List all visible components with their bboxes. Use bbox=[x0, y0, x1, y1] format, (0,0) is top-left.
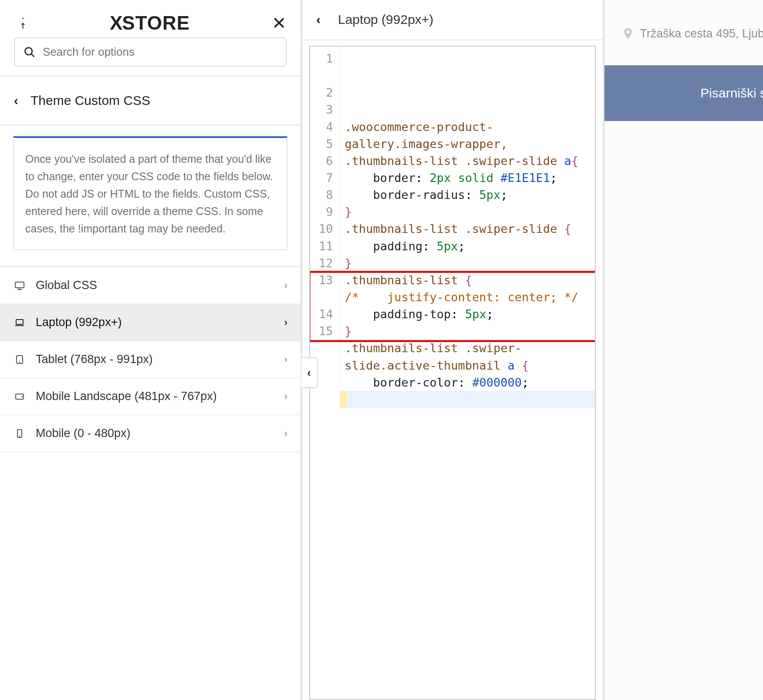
chevron-right-icon: › bbox=[284, 280, 287, 291]
editor-title: Laptop (992px+) bbox=[338, 12, 433, 27]
code-line[interactable]: .woocommerce-product-gallery.images-wrap… bbox=[345, 118, 590, 152]
code-line[interactable]: border-radius: 5px; bbox=[345, 186, 590, 203]
line-number: 12 bbox=[315, 255, 337, 272]
tablet-icon bbox=[13, 354, 26, 365]
line-number: 2 bbox=[315, 84, 337, 101]
sidebar-item-label: Global CSS bbox=[36, 279, 284, 292]
code-line[interactable]: border: 2px solid #E1E1E1; bbox=[345, 169, 590, 186]
svg-line-1 bbox=[31, 54, 34, 57]
chevron-right-icon: › bbox=[284, 428, 287, 439]
editor-pane: ‹ Laptop (992px+) 123456789101112131415 … bbox=[302, 0, 604, 700]
sidebar-item-laptop[interactable]: Laptop (992px+)› bbox=[0, 304, 300, 341]
line-number: 3 bbox=[315, 101, 337, 118]
search-wrap bbox=[0, 37, 300, 75]
line-number: 10 bbox=[315, 220, 337, 237]
svg-point-9 bbox=[22, 396, 22, 397]
code-body[interactable]: .woocommerce-product-gallery.images-wrap… bbox=[340, 47, 595, 411]
collapse-toggle[interactable]: ‹ bbox=[301, 357, 318, 388]
code-line[interactable]: border-color: #000000; bbox=[345, 374, 590, 391]
line-number: 11 bbox=[315, 238, 337, 255]
code-line[interactable]: padding: 5px; bbox=[345, 238, 590, 255]
code-line[interactable]: .thumbnails-list .swiper-slide a{ bbox=[345, 152, 590, 169]
sidebar-header: XSTORE ✕ bbox=[0, 0, 300, 37]
line-number: 14 bbox=[315, 306, 337, 323]
code-line[interactable]: .thumbnails-list .swiper-slide { bbox=[345, 220, 590, 237]
code-line[interactable]: .thumbnails-list .swiper-slide.active-th… bbox=[345, 340, 590, 374]
code-line[interactable]: } bbox=[345, 323, 590, 340]
line-number: 13 bbox=[315, 272, 337, 306]
notice-box: Once you've isolated a part of theme tha… bbox=[13, 136, 287, 250]
svg-point-11 bbox=[19, 436, 20, 436]
location-pin-icon bbox=[621, 26, 635, 41]
menu: Global CSS›Laptop (992px+)›Tablet (768px… bbox=[0, 267, 300, 452]
code-line[interactable]: } bbox=[345, 203, 590, 220]
back-icon[interactable]: ‹ bbox=[14, 93, 18, 108]
search-field[interactable] bbox=[14, 37, 287, 67]
sidebar-item-label: Mobile Landscape (481px - 767px) bbox=[36, 390, 284, 403]
chevron-right-icon: › bbox=[284, 391, 287, 402]
preview-banner[interactable]: Pisarniški s bbox=[604, 65, 763, 121]
search-input[interactable] bbox=[43, 45, 277, 59]
line-number: 5 bbox=[315, 135, 337, 152]
line-number: 7 bbox=[315, 169, 337, 186]
laptop-icon bbox=[13, 317, 26, 328]
sidebar-item-desktop[interactable]: Global CSS› bbox=[0, 267, 300, 304]
editor-header: ‹ Laptop (992px+) bbox=[302, 0, 603, 40]
desktop-icon bbox=[13, 280, 26, 291]
code-line[interactable]: .thumbnails-list { bbox=[345, 272, 590, 289]
logo-mark: X bbox=[110, 12, 123, 34]
banner-text: Pisarniški s bbox=[700, 86, 763, 101]
code-editor[interactable]: 123456789101112131415 .woocommerce-produ… bbox=[309, 46, 596, 700]
line-number: 8 bbox=[315, 186, 337, 203]
sidebar-item-tablet[interactable]: Tablet (768px - 991px)› bbox=[0, 341, 300, 378]
mobile-icon bbox=[13, 428, 26, 439]
mobile-land-icon bbox=[13, 391, 26, 402]
address-text: Tržaška cesta 495, Ljublja bbox=[640, 27, 763, 40]
preview-pane: Tržaška cesta 495, Ljublja Pisarniški s bbox=[604, 0, 763, 700]
code-line[interactable]: } bbox=[345, 255, 590, 272]
sidebar: XSTORE ✕ ‹ Theme Custom CSS Once you've … bbox=[0, 0, 302, 700]
svg-point-0 bbox=[25, 47, 32, 54]
close-icon[interactable]: ✕ bbox=[272, 14, 287, 32]
line-number: 15 bbox=[315, 323, 337, 340]
logo: XSTORE bbox=[110, 12, 190, 34]
chevron-right-icon: › bbox=[284, 317, 287, 328]
line-number: 1 bbox=[315, 50, 337, 84]
sidebar-item-mobile-land[interactable]: Mobile Landscape (481px - 767px)› bbox=[0, 378, 300, 415]
line-number: 4 bbox=[315, 118, 337, 135]
editor-back-icon[interactable]: ‹ bbox=[316, 12, 321, 27]
line-number: 9 bbox=[315, 203, 337, 220]
chevron-right-icon: › bbox=[284, 354, 287, 365]
logo-text: STORE bbox=[122, 12, 190, 34]
sidebar-item-label: Laptop (992px+) bbox=[36, 316, 284, 329]
notice-wrap: Once you've isolated a part of theme tha… bbox=[0, 126, 300, 267]
section-title-row: ‹ Theme Custom CSS bbox=[0, 77, 300, 126]
code-line[interactable]: /* justify-content: center; */ bbox=[345, 289, 590, 306]
section-title: Theme Custom CSS bbox=[30, 93, 150, 108]
pin-icon[interactable] bbox=[14, 15, 28, 31]
search-icon bbox=[24, 46, 36, 58]
line-number: 6 bbox=[315, 152, 337, 169]
svg-point-7 bbox=[19, 362, 20, 362]
code-line[interactable]: padding-top: 5px; bbox=[345, 306, 590, 323]
sidebar-item-label: Tablet (768px - 991px) bbox=[36, 353, 284, 366]
address-row: Tržaška cesta 495, Ljublja bbox=[621, 26, 763, 41]
code-line[interactable]: } bbox=[345, 391, 590, 408]
sidebar-item-mobile[interactable]: Mobile (0 - 480px)› bbox=[0, 415, 300, 452]
svg-rect-2 bbox=[15, 282, 24, 288]
svg-rect-5 bbox=[16, 320, 23, 324]
sidebar-item-label: Mobile (0 - 480px) bbox=[36, 427, 284, 440]
